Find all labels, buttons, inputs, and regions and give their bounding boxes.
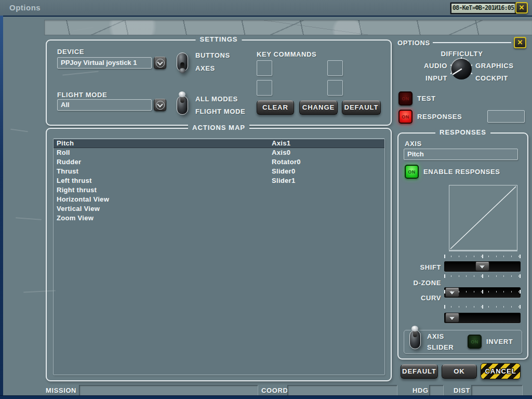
action-name: Thrust [57,167,78,176]
knob-icon [449,57,473,81]
actions-map-row[interactable]: Thrust Slider0 [54,167,384,176]
toggle-label-axes[interactable]: AXES [195,64,215,72]
dzone-label: D-ZONE [398,279,441,287]
key-command-box-1[interactable] [257,60,272,76]
axis-slider-group: AXIS SLIDER ON INVERT [404,330,522,354]
clock-text: 08-КеТ»ФВ-201И16:05 [451,4,515,13]
enable-responses-label: ENABLE RESPONSES [423,168,500,176]
modes-toggle[interactable] [176,93,189,117]
shift-slider[interactable] [444,261,521,272]
toggle-label-axis[interactable]: AXIS [427,332,444,340]
device-dropdown-button[interactable] [154,57,166,69]
axis-slider-toggle[interactable] [408,327,422,351]
action-name: Zoom View [57,214,94,223]
response-curve-graph[interactable] [449,185,517,251]
axis-value-field[interactable]: Pitch [404,149,518,160]
slider-ruler [444,290,521,294]
responses-panel: RESPONSES AXIS Pitch ON ENABLE RESPONSES… [397,132,528,360]
knob-label-input[interactable]: INPUT [397,74,447,82]
responses-legend: RESPONSES [435,128,490,136]
toggle-cap [411,326,418,331]
toggle-label-all-modes[interactable]: ALL MODES [195,95,238,103]
test-led-button[interactable]: ON [398,91,413,105]
hdg-label: HDG [413,387,429,394]
action-binding: Rotator0 [272,157,301,167]
clear-button[interactable]: CLEAR [257,100,294,115]
actions-map-panel: ACTIONS MAP Pitch Axis1 Roll Axis0 Rudde… [46,128,392,381]
responses-default-button[interactable]: DEFAULT [401,364,438,379]
key-command-box-3[interactable] [327,60,343,76]
close-button[interactable]: ✕ [515,2,528,14]
knob-label-graphics[interactable]: GRAPHICS [475,62,513,70]
actions-map-legend: ACTIONS MAP [188,124,249,131]
actions-map-row[interactable]: Left thrust Slider1 [54,176,384,185]
mission-field [79,385,258,396]
flight-mode-dropdown-button[interactable] [154,99,166,111]
action-binding: Axis1 [272,139,290,148]
actions-map-row[interactable]: Zoom View [54,214,384,223]
coord-label: COORD [261,387,288,394]
shift-label: SHIFT [398,263,441,271]
options-close-button[interactable]: ✕ [514,37,526,48]
chevron-down-icon [156,59,165,68]
knob-label-cockpit[interactable]: COCKPIT [475,74,508,82]
bottom-edge-trim [0,395,532,399]
window-title: Options [9,3,41,12]
close-icon: ✕ [519,4,525,11]
flight-mode-select[interactable]: All [57,99,152,111]
actions-map-row[interactable]: Vertical View [54,204,384,214]
toggle-label-slider[interactable]: SLIDER [427,343,454,351]
scratch-decal [16,217,42,220]
actions-map-list[interactable]: Pitch Axis1 Roll Axis0 Rudder Rotator0 T… [53,138,385,375]
toggle-label-buttons[interactable]: BUTTONS [195,51,230,59]
key-command-box-4[interactable] [327,80,343,96]
curv-slider[interactable] [444,313,521,323]
difficulty-knob[interactable] [449,57,473,81]
actions-map-row[interactable]: Roll Axis0 [54,148,384,157]
options-legend: OPTIONS [397,39,430,47]
toggle-label-flight-mode[interactable]: FLIGHT MODE [195,108,245,115]
response-curve-icon [449,185,517,250]
shift-slider-handle[interactable] [475,262,489,271]
action-name: Rudder [57,157,81,167]
toggle-cap [179,68,185,73]
hdg-field [429,385,444,396]
device-select[interactable]: PPJoy Virtual joystick 1 [57,57,152,69]
ok-button[interactable]: OK [442,364,477,379]
action-binding: Slider0 [272,167,295,176]
curv-slider-handle[interactable] [445,313,459,323]
options-screen: Options 08-КеТ»ФВ-201И16:05 ✕ SETTINGS D… [0,0,532,399]
test-label: TEST [417,95,436,102]
settings-legend: SETTINGS [195,35,242,43]
buttons-axes-toggle[interactable] [176,50,189,74]
actions-map-row[interactable]: Pitch Axis1 [54,139,384,148]
change-button[interactable]: CHANGE [299,100,338,115]
actions-map-row[interactable]: Horizontal View [54,195,384,204]
slider-ruler [444,274,521,278]
toggle-cap [179,91,185,97]
chevron-down-icon [156,101,165,110]
invert-led-button[interactable]: ON [468,335,482,349]
enable-responses-led-button[interactable]: ON [405,165,419,179]
slider-ruler [444,305,521,309]
action-name: Right thrust [57,185,97,195]
invert-label: INVERT [486,338,513,345]
flight-mode-label: FLIGHT MODE [57,91,107,99]
axis-label: AXIS [405,140,422,148]
action-binding: Slider1 [272,176,295,185]
responses-value-box[interactable] [487,110,525,123]
action-name: Pitch [57,139,74,148]
key-command-box-2[interactable] [257,80,272,96]
action-name: Vertical View [57,204,100,214]
difficulty-label: DIFFICULTY [397,50,526,58]
responses-led-button[interactable]: ON [398,110,413,124]
options-header-line [433,42,511,43]
cancel-button[interactable]: CANCEL [481,363,521,379]
actions-map-row[interactable]: Rudder Rotator0 [54,157,384,167]
knob-label-audio[interactable]: AUDIO [397,62,447,70]
default-key-button[interactable]: DEFAULT [342,100,381,115]
actions-map-row[interactable]: Right thrust [54,185,384,195]
action-name: Roll [57,148,70,157]
slider-ruler [444,255,521,258]
key-commands-label: KEY COMMANDS [257,50,316,58]
